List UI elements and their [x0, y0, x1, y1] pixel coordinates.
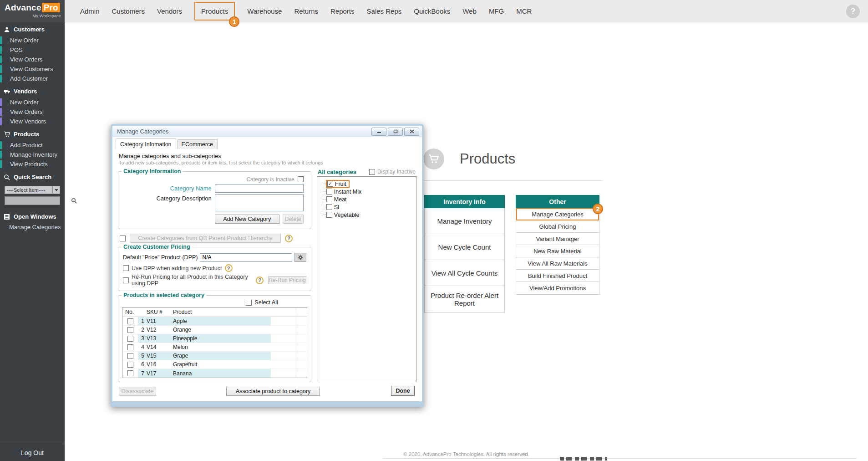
- row-no: 1: [138, 317, 144, 325]
- nav-item-sales-reps[interactable]: Sales Reps: [367, 2, 402, 20]
- sidebar-item-vendors-new-order[interactable]: New Order: [0, 98, 65, 106]
- rerun-pricing-checkbox[interactable]: [123, 277, 129, 283]
- other-link-manage-categories[interactable]: Manage Categories2: [516, 208, 599, 220]
- dialog-titlebar[interactable]: Manage Categories: [112, 126, 422, 137]
- quick-search-select[interactable]: ----Select Item----: [5, 186, 60, 194]
- row-checkbox[interactable]: [127, 318, 133, 324]
- row-checkbox[interactable]: [127, 336, 133, 342]
- nav-item-products[interactable]: Products1: [194, 2, 235, 20]
- gear-icon[interactable]: [294, 253, 306, 262]
- row-checkbox[interactable]: [127, 362, 133, 368]
- nav-item-returns[interactable]: Returns: [294, 2, 318, 20]
- tree-item-si[interactable]: SI: [319, 203, 414, 211]
- other-link-variant-manager[interactable]: Variant Manager: [516, 233, 599, 245]
- col-no: No.: [122, 309, 144, 315]
- row-checkbox[interactable]: [127, 353, 133, 359]
- sidebar-item-vendors-view-orders[interactable]: View Orders: [0, 108, 65, 116]
- sidebar-item-customers-add-customer[interactable]: Add Customer: [0, 75, 65, 82]
- table-row: 3V13Pineapple: [122, 334, 307, 343]
- done-button[interactable]: Done: [391, 386, 415, 396]
- maximize-button[interactable]: [388, 128, 403, 136]
- dialog-title: Manage Categories: [117, 128, 370, 135]
- qb-help-icon[interactable]: ?: [285, 235, 293, 242]
- nav-item-web[interactable]: Web: [462, 2, 477, 20]
- help-icon[interactable]: ?: [846, 5, 860, 18]
- row-checkbox[interactable]: [127, 370, 133, 376]
- nav-item-reports[interactable]: Reports: [330, 2, 355, 20]
- sidebar-item-customers-view-customers[interactable]: View Customers: [0, 65, 65, 73]
- category-inactive-checkbox[interactable]: [298, 176, 304, 182]
- products-page-icon: [423, 149, 444, 169]
- tree-item-instant-mix[interactable]: Instant Mix: [319, 188, 414, 195]
- disassociate-button[interactable]: Disassociate: [119, 387, 156, 396]
- windows-list-icon: [4, 214, 10, 220]
- quick-search-title: Quick Search: [14, 174, 51, 180]
- sidebar-item-customers-view-orders[interactable]: View Orders: [0, 56, 65, 63]
- row-checkbox[interactable]: [127, 327, 133, 333]
- other-link-new-raw-material[interactable]: New Raw Material: [516, 245, 599, 257]
- other-link-build-finished-product[interactable]: Build Finished Product: [516, 270, 599, 282]
- category-label: SI: [334, 204, 340, 210]
- dpp-input[interactable]: [200, 253, 292, 262]
- tab-category-information[interactable]: Category Infomation: [116, 138, 176, 149]
- nav-item-warehouse[interactable]: Warehouse: [247, 2, 282, 20]
- chevron-down-icon[interactable]: [52, 186, 60, 194]
- nav-item-label: QuickBooks: [414, 7, 450, 15]
- quick-search-input[interactable]: [6, 197, 71, 204]
- category-checkbox-meat[interactable]: [326, 196, 332, 202]
- tree-item-fruit[interactable]: Fruit: [319, 180, 414, 188]
- select-all-checkbox[interactable]: [246, 300, 252, 306]
- inventory-link-view-all-cycle-counts[interactable]: View All Cycle Counts: [425, 260, 504, 286]
- inventory-link-new-cycle-count[interactable]: New Cycle Count: [425, 234, 504, 260]
- inventory-link-manage-inventory[interactable]: Manage Inventory: [425, 208, 504, 234]
- other-link-view-all-raw-materials[interactable]: View All Raw Materials: [516, 257, 599, 270]
- tree-item-meat[interactable]: Meat: [319, 195, 414, 203]
- sidebar-item-products-add-product[interactable]: Add Product: [0, 141, 65, 149]
- customer-pricing-title: Create Customer Pricing: [122, 244, 192, 250]
- logout-button[interactable]: Log Out: [0, 444, 65, 461]
- sidebar-section-title: Customers: [14, 26, 45, 33]
- associate-button[interactable]: Associate product to category: [226, 387, 320, 396]
- category-checkbox-instant-mix[interactable]: [326, 189, 332, 195]
- nav-item-admin[interactable]: Admin: [80, 2, 100, 20]
- nav-item-vendors[interactable]: Vendors: [157, 2, 182, 20]
- rerun-pricing-button[interactable]: Re-Run Pricing: [268, 276, 306, 284]
- category-description-input[interactable]: [215, 194, 304, 211]
- nav-item-mfg[interactable]: MFG: [489, 2, 504, 20]
- qb-hierarchy-checkbox[interactable]: [120, 236, 126, 241]
- close-button[interactable]: [404, 128, 419, 136]
- delete-category-button[interactable]: Delete: [283, 215, 304, 224]
- open-window-manage-categories[interactable]: Manage Categories: [0, 222, 65, 230]
- tree-item-vegetable[interactable]: Vegetable: [319, 211, 414, 219]
- category-checkbox-si[interactable]: [326, 204, 332, 210]
- row-checkbox[interactable]: [127, 344, 133, 350]
- qb-hierarchy-button[interactable]: Create Categories from QB Parent Product…: [130, 234, 281, 243]
- category-checkbox-vegetable[interactable]: [326, 212, 332, 218]
- sidebar: CustomersNew OrderPOSView OrdersView Cus…: [0, 22, 65, 461]
- tab-ecommerce[interactable]: ECommerce: [177, 139, 218, 149]
- use-dpp-checkbox[interactable]: [123, 265, 129, 271]
- minimize-button[interactable]: [371, 128, 386, 136]
- nav-item-customers[interactable]: Customers: [112, 2, 145, 20]
- sidebar-item-products-view-products[interactable]: View Products: [0, 160, 65, 168]
- other-link-view-add-promotions[interactable]: View/Add Promotions: [516, 282, 599, 294]
- search-icon[interactable]: [71, 198, 77, 204]
- add-new-category-button[interactable]: Add New Category: [215, 215, 279, 224]
- display-inactive-checkbox[interactable]: [369, 169, 375, 175]
- category-label: Meat: [334, 196, 347, 203]
- other-link-global-pricing[interactable]: Global Pricing: [516, 220, 599, 233]
- inventory-link-product-re-order-alert-report[interactable]: Product Re-order Alert Report: [425, 286, 504, 312]
- sidebar-item-products-manage-inventory[interactable]: Manage Inventory: [0, 151, 65, 159]
- row-sku: V16: [144, 361, 171, 368]
- category-description-label: Category Description: [156, 194, 211, 202]
- quick-search-box: [5, 196, 60, 205]
- sidebar-item-customers-pos[interactable]: POS: [0, 46, 65, 54]
- category-name-input[interactable]: [215, 184, 304, 193]
- nav-item-mcr[interactable]: MCR: [516, 2, 532, 20]
- use-dpp-help-icon[interactable]: ?: [225, 264, 233, 272]
- category-checkbox-fruit[interactable]: [327, 181, 333, 187]
- sidebar-item-customers-new-order[interactable]: New Order: [0, 36, 65, 44]
- rerun-help-icon[interactable]: ?: [256, 277, 264, 284]
- sidebar-item-vendors-view-vendors[interactable]: View Vendors: [0, 118, 65, 125]
- nav-item-quickbooks[interactable]: QuickBooks: [414, 2, 450, 20]
